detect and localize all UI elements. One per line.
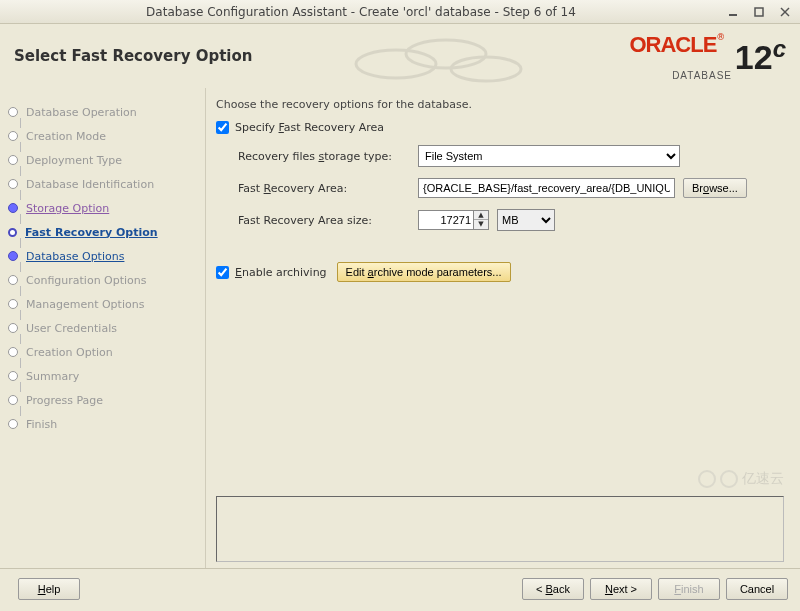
spinner-down-icon[interactable]: ▼ xyxy=(474,220,488,229)
step-bullet-icon xyxy=(8,131,18,141)
svg-point-6 xyxy=(451,57,521,81)
step-management-options: Management Options xyxy=(8,292,205,316)
fra-size-spinner[interactable]: ▲ ▼ xyxy=(418,210,489,230)
step-label: Fast Recovery Option xyxy=(25,226,158,239)
step-bullet-icon xyxy=(8,371,18,381)
wizard-steps-sidebar: Database OperationCreation ModeDeploymen… xyxy=(0,88,206,568)
fra-path-input[interactable] xyxy=(418,178,675,198)
step-bullet-icon xyxy=(8,395,18,405)
step-bullet-icon xyxy=(8,419,18,429)
next-button[interactable]: Next > xyxy=(590,578,652,600)
finish-button: Finish xyxy=(658,578,720,600)
cancel-button[interactable]: Cancel xyxy=(726,578,788,600)
step-bullet-icon xyxy=(8,228,17,237)
instruction-text: Choose the recovery options for the data… xyxy=(216,98,784,111)
fra-size-input[interactable] xyxy=(418,210,474,230)
window-title: Database Configuration Assistant - Creat… xyxy=(6,5,716,19)
step-deployment-type: Deployment Type xyxy=(8,148,205,172)
help-button[interactable]: Help xyxy=(18,578,80,600)
step-bullet-icon xyxy=(8,107,18,117)
step-bullet-icon xyxy=(8,323,18,333)
minimize-icon[interactable] xyxy=(724,5,742,19)
fra-size-unit-select[interactable]: MB xyxy=(497,209,555,231)
step-fast-recovery-option: Fast Recovery Option xyxy=(8,220,205,244)
step-label[interactable]: Database Options xyxy=(26,250,124,263)
step-bullet-icon xyxy=(8,275,18,285)
step-label: Database Identification xyxy=(26,178,154,191)
specify-fra-checkbox[interactable] xyxy=(216,121,229,134)
step-label: Configuration Options xyxy=(26,274,147,287)
enable-archiving-label[interactable]: Enable archiving xyxy=(235,266,327,279)
step-summary: Summary xyxy=(8,364,205,388)
step-label: Management Options xyxy=(26,298,144,311)
step-user-credentials: User Credentials xyxy=(8,316,205,340)
step-finish: Finish xyxy=(8,412,205,436)
step-creation-mode: Creation Mode xyxy=(8,124,205,148)
fra-label: Fast Recovery Area: xyxy=(238,182,418,195)
step-creation-option: Creation Option xyxy=(8,340,205,364)
header: Select Fast Recovery Option ORACLE® 12c … xyxy=(0,24,800,88)
step-label: Creation Mode xyxy=(26,130,106,143)
svg-point-5 xyxy=(406,40,486,68)
spinner-up-icon[interactable]: ▲ xyxy=(474,211,488,220)
step-database-identification: Database Identification xyxy=(8,172,205,196)
fra-size-label: Fast Recovery Area size: xyxy=(238,214,418,227)
step-bullet-icon xyxy=(8,251,18,261)
page-heading: Select Fast Recovery Option xyxy=(14,47,252,65)
step-progress-page: Progress Page xyxy=(8,388,205,412)
step-label: Progress Page xyxy=(26,394,103,407)
step-label: User Credentials xyxy=(26,322,117,335)
step-database-operation: Database Operation xyxy=(8,100,205,124)
edit-archive-params-button[interactable]: Edit archive mode parameters... xyxy=(337,262,511,282)
step-bullet-icon xyxy=(8,203,18,213)
browse-button[interactable]: Browse... xyxy=(683,178,747,198)
svg-rect-1 xyxy=(755,8,763,16)
header-decoration xyxy=(336,24,536,84)
content-panel: Choose the recovery options for the data… xyxy=(206,88,800,568)
svg-point-4 xyxy=(356,50,436,78)
step-bullet-icon xyxy=(8,155,18,165)
step-label: Finish xyxy=(26,418,57,431)
footer-bar: Help < Back Next > Finish Cancel xyxy=(0,568,800,608)
message-area xyxy=(216,496,784,562)
step-bullet-icon xyxy=(8,179,18,189)
step-database-options[interactable]: Database Options xyxy=(8,244,205,268)
step-label: Summary xyxy=(26,370,79,383)
step-storage-option[interactable]: Storage Option xyxy=(8,196,205,220)
oracle-logo: ORACLE® 12c DATABASE xyxy=(629,32,786,81)
step-label: Creation Option xyxy=(26,346,113,359)
logo-brand-text: ORACLE xyxy=(629,32,716,57)
specify-fra-label[interactable]: Specify Fast Recovery Area xyxy=(235,121,384,134)
window-titlebar: Database Configuration Assistant - Creat… xyxy=(0,0,800,24)
maximize-icon[interactable] xyxy=(750,5,768,19)
storage-type-label: Recovery files storage type: xyxy=(238,150,418,163)
step-label: Database Operation xyxy=(26,106,137,119)
step-configuration-options: Configuration Options xyxy=(8,268,205,292)
close-icon[interactable] xyxy=(776,5,794,19)
logo-sub-text: DATABASE xyxy=(629,70,732,81)
watermark: 亿速云 xyxy=(698,470,784,488)
step-label[interactable]: Storage Option xyxy=(26,202,109,215)
back-button[interactable]: < Back xyxy=(522,578,584,600)
step-label: Deployment Type xyxy=(26,154,122,167)
step-bullet-icon xyxy=(8,299,18,309)
storage-type-select[interactable]: File System xyxy=(418,145,680,167)
step-bullet-icon xyxy=(8,347,18,357)
enable-archiving-checkbox[interactable] xyxy=(216,266,229,279)
